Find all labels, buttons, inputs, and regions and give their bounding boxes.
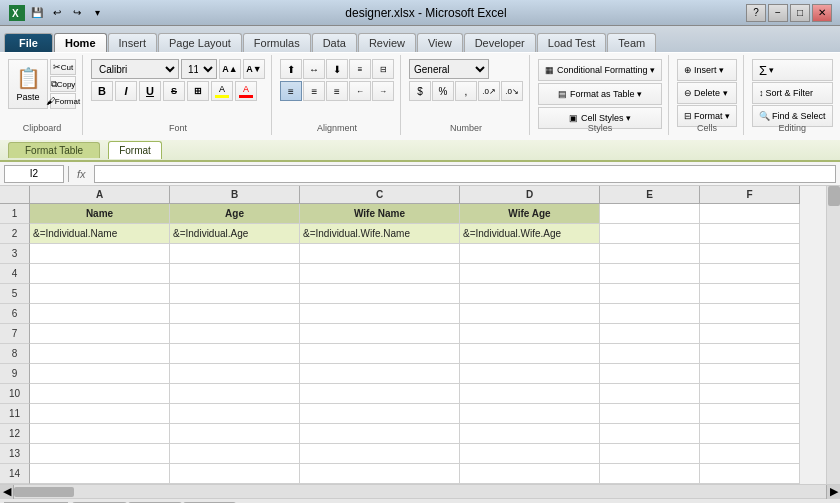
list-item[interactable]: &=Individual.Name [30,224,170,244]
paste-button[interactable]: 📋 Paste [8,59,48,109]
list-item[interactable] [300,264,460,284]
list-item[interactable] [30,384,170,404]
maximize-btn[interactable]: □ [790,4,810,22]
col-header-d[interactable]: D [460,186,600,204]
align-center-button[interactable]: ≡ [303,81,325,101]
list-item[interactable] [600,204,700,224]
list-item[interactable] [170,384,300,404]
list-item[interactable] [170,264,300,284]
list-item[interactable] [30,344,170,364]
list-item[interactable] [460,444,600,464]
list-item[interactable] [600,244,700,264]
list-item[interactable] [170,444,300,464]
list-item[interactable] [30,464,170,484]
minimize-btn[interactable]: − [768,4,788,22]
row-number[interactable]: 6 [0,304,30,324]
format-painter-button[interactable]: 🖌 Format [50,93,76,109]
list-item[interactable] [460,424,600,444]
fill-color-button[interactable]: A [211,81,233,101]
tab-view[interactable]: View [417,33,463,52]
scroll-right-btn[interactable]: ▶ [826,485,840,499]
tab-insert[interactable]: Insert [108,33,158,52]
increase-decimal-button[interactable]: .0↗ [478,81,500,101]
merge-cells-button[interactable]: ⊟ [372,59,394,79]
currency-button[interactable]: $ [409,81,431,101]
list-item[interactable] [170,284,300,304]
list-item[interactable] [460,284,600,304]
list-item[interactable] [700,464,800,484]
tab-review[interactable]: Review [358,33,416,52]
list-item[interactable] [700,384,800,404]
scroll-left-btn[interactable]: ◀ [0,485,14,499]
list-item[interactable] [600,444,700,464]
list-item[interactable] [300,324,460,344]
italic-button[interactable]: I [115,81,137,101]
tab-file[interactable]: File [4,33,53,52]
list-item[interactable] [300,284,460,304]
list-item[interactable] [170,404,300,424]
percent-button[interactable]: % [432,81,454,101]
list-item[interactable] [700,324,800,344]
col-header-a[interactable]: A [30,186,170,204]
list-item[interactable] [170,424,300,444]
tab-load-test[interactable]: Load Test [537,33,607,52]
font-color-button[interactable]: A [235,81,257,101]
bold-button[interactable]: B [91,81,113,101]
list-item[interactable] [460,244,600,264]
h-scroll-thumb[interactable] [14,487,74,497]
list-item[interactable] [700,404,800,424]
format-as-table-button[interactable]: ▤ Format as Table ▾ [538,83,662,105]
list-item[interactable] [700,344,800,364]
decrease-font-size-button[interactable]: A▼ [243,59,265,79]
number-format-select[interactable]: General [409,59,489,79]
list-item[interactable] [600,364,700,384]
list-item[interactable] [600,224,700,244]
list-item[interactable] [700,424,800,444]
list-item[interactable] [30,424,170,444]
row-number[interactable]: 13 [0,444,30,464]
list-item[interactable] [300,404,460,424]
list-item[interactable] [600,304,700,324]
row-number[interactable]: 1 [0,204,30,224]
col-header-b[interactable]: B [170,186,300,204]
row-number[interactable]: 10 [0,384,30,404]
list-item[interactable] [460,384,600,404]
tab-formulas[interactable]: Formulas [243,33,311,52]
quick-access-dropdown[interactable]: ▾ [88,4,106,22]
list-item[interactable] [460,264,600,284]
decrease-decimal-button[interactable]: .0↘ [501,81,523,101]
list-item[interactable] [300,364,460,384]
strikethrough-button[interactable]: S [163,81,185,101]
list-item[interactable] [600,264,700,284]
list-item[interactable] [700,364,800,384]
undo-quick-btn[interactable]: ↩ [48,4,66,22]
align-left-button[interactable]: ≡ [280,81,302,101]
list-item[interactable] [30,404,170,424]
list-item[interactable] [300,444,460,464]
list-item[interactable] [300,344,460,364]
list-item[interactable]: Name [30,204,170,224]
row-number[interactable]: 5 [0,284,30,304]
underline-button[interactable]: U [139,81,161,101]
list-item[interactable]: Wife Age [460,204,600,224]
list-item[interactable] [460,404,600,424]
list-item[interactable]: &=Individual.Wife.Name [300,224,460,244]
increase-indent-button[interactable]: → [372,81,394,101]
delete-cells-button[interactable]: ⊖ Delete ▾ [677,82,737,104]
font-family-select[interactable]: Calibri [91,59,179,79]
list-item[interactable]: Age [170,204,300,224]
list-item[interactable] [700,444,800,464]
align-right-button[interactable]: ≡ [326,81,348,101]
tab-developer[interactable]: Developer [464,33,536,52]
formula-input[interactable] [94,165,836,183]
list-item[interactable] [300,464,460,484]
list-item[interactable] [460,304,600,324]
sort-filter-button[interactable]: ↕ Sort & Filter [752,82,833,104]
list-item[interactable]: &=Individual.Wife.Age [460,224,600,244]
list-item[interactable] [300,384,460,404]
list-item[interactable] [700,224,800,244]
tab-team[interactable]: Team [607,33,656,52]
col-header-c[interactable]: C [300,186,460,204]
list-item[interactable] [30,364,170,384]
list-item[interactable] [30,444,170,464]
